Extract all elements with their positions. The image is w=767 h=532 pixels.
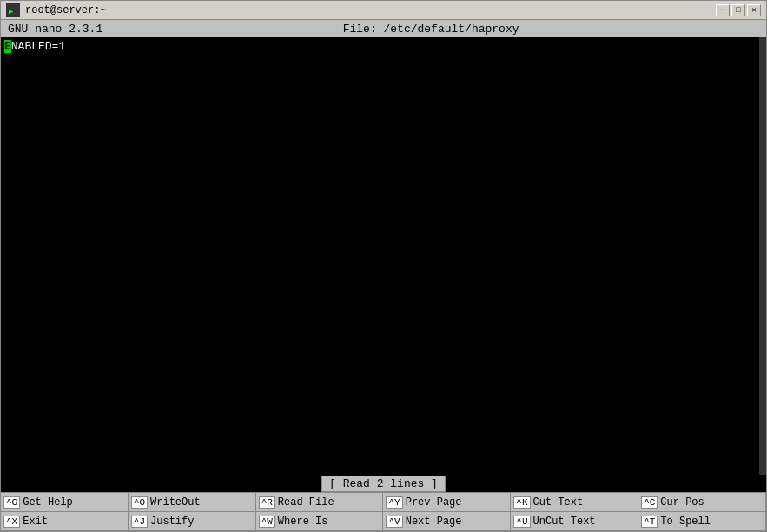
titlebar: ▶ root@server:~ − □ ✕	[1, 1, 766, 20]
shortcut-key-gethelp: ^G	[3, 496, 20, 509]
shortcut-where-is[interactable]: ^W Where Is	[256, 512, 384, 531]
nano-filename: File: /etc/default/haproxy	[343, 23, 519, 36]
status-message: [ Read 2 lines ]	[321, 476, 446, 492]
shortcut-writeout[interactable]: ^O WriteOut	[129, 493, 256, 512]
line-content: NABLED=1	[11, 40, 65, 53]
minimize-button[interactable]: −	[716, 4, 730, 16]
shortcut-label-curpos: Cur Pos	[660, 496, 704, 509]
shortcut-key-cuttext: ^K	[513, 496, 530, 509]
shortcut-key-exit: ^X	[3, 516, 20, 528]
shortcut-exit[interactable]: ^X Exit	[1, 512, 129, 531]
shortcut-key-writeout: ^O	[131, 496, 148, 509]
shortcut-label-uncuttext: UnCut Text	[533, 516, 596, 528]
shortcut-key-prevpage: ^Y	[386, 496, 402, 509]
nano-version: GNU nano 2.3.1	[8, 23, 102, 36]
window-title: root@server:~	[25, 4, 107, 16]
maximize-button[interactable]: □	[731, 4, 745, 16]
close-button[interactable]: ✕	[747, 4, 761, 16]
shortcut-key-whereis: ^W	[259, 516, 275, 528]
nano-shortcuts: ^G Get Help ^O WriteOut ^R Read File ^Y …	[1, 492, 766, 531]
shortcut-label-gethelp: Get Help	[23, 496, 73, 509]
shortcut-label-cuttext: Cut Text	[533, 496, 584, 509]
nano-editor-area[interactable]: ENABLED=1	[1, 37, 766, 475]
scrollbar[interactable]	[759, 37, 766, 475]
shortcut-label-nextpage: Next Page	[406, 516, 462, 528]
nano-header: GNU nano 2.3.1 File: /etc/default/haprox…	[1, 20, 766, 37]
shortcut-label-writeout: WriteOut	[150, 496, 201, 509]
shortcut-read-file[interactable]: ^R Read File	[256, 493, 384, 512]
shortcut-get-help[interactable]: ^G Get Help	[1, 493, 129, 512]
shortcut-label-exit: Exit	[23, 516, 48, 528]
shortcut-label-readfile: Read File	[278, 496, 334, 509]
shortcut-key-readfile: ^R	[259, 496, 275, 509]
nano-editor-container: GNU nano 2.3.1 File: /etc/default/haprox…	[1, 20, 766, 531]
shortcut-key-justify: ^J	[131, 516, 148, 528]
shortcut-cur-pos[interactable]: ^C Cur Pos	[638, 493, 766, 512]
shortcut-cut-text[interactable]: ^K Cut Text	[511, 493, 638, 512]
shortcut-justify[interactable]: ^J Justify	[129, 512, 256, 531]
shortcut-to-spell[interactable]: ^T To Spell	[638, 512, 766, 531]
shortcut-label-whereis: Where Is	[278, 516, 328, 528]
cursor: E	[4, 40, 11, 53]
terminal-icon: ▶	[6, 3, 20, 17]
titlebar-controls: − □ ✕	[716, 4, 761, 16]
shortcut-key-nextpage: ^V	[386, 516, 402, 528]
svg-text:▶: ▶	[9, 7, 14, 16]
editor-line-1: ENABLED=1	[4, 39, 763, 55]
shortcut-key-curpos: ^C	[641, 496, 658, 509]
shortcut-label-prevpage: Prev Page	[406, 496, 462, 509]
shortcut-uncut-text[interactable]: ^U UnCut Text	[511, 512, 638, 531]
shortcut-key-uncuttext: ^U	[513, 516, 530, 528]
shortcut-label-justify: Justify	[150, 516, 194, 528]
titlebar-left: ▶ root@server:~	[6, 3, 107, 17]
nano-status-bar: [ Read 2 lines ]	[1, 475, 766, 492]
shortcut-label-tospell: To Spell	[660, 516, 711, 528]
shortcut-next-page[interactable]: ^V Next Page	[383, 512, 511, 531]
shortcut-key-tospell: ^T	[641, 516, 658, 528]
shortcut-prev-page[interactable]: ^Y Prev Page	[383, 493, 511, 512]
window: ▶ root@server:~ − □ ✕ GNU nano 2.3.1 Fil…	[0, 0, 767, 532]
